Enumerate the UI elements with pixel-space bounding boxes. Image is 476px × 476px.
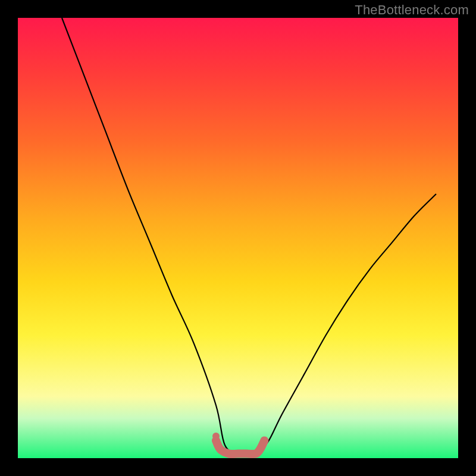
- chart-frame: TheBottleneck.com: [0, 0, 476, 476]
- watermark-text: TheBottleneck.com: [355, 2, 469, 18]
- sweet-spot-dot: [212, 433, 220, 440]
- chart-svg: [18, 18, 458, 458]
- bottleneck-curve: [62, 18, 436, 455]
- plot-area: [18, 18, 458, 458]
